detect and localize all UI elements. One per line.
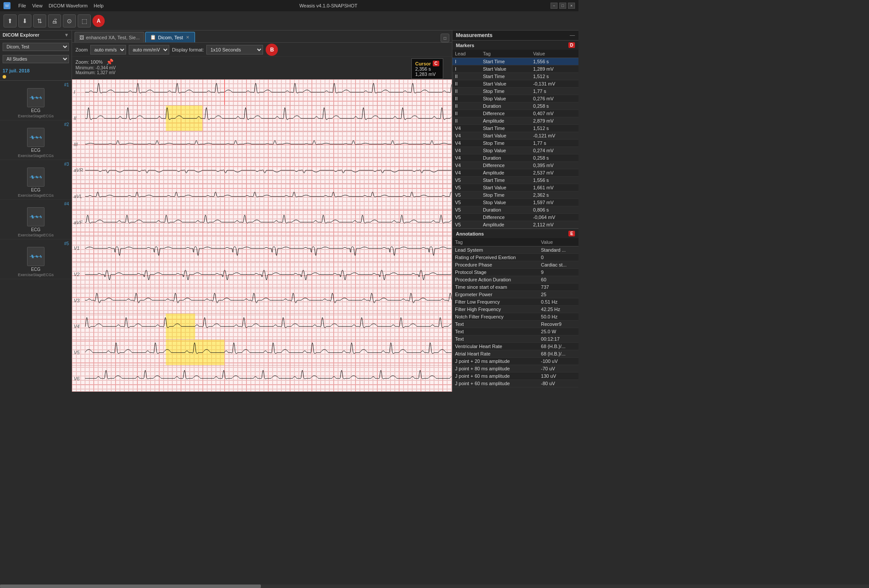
study-list: #1 ECG ExerciseStageECGs #2 — [0, 81, 72, 279]
marker-value: 1,661 mV — [530, 184, 578, 191]
controls-bar: Zoom auto mm/s auto mm/mV Display format… — [72, 43, 452, 57]
lead-label-V5: V5 — [72, 350, 85, 355]
annotation-row: Filter High Frequency 42.25 Hz — [452, 306, 578, 313]
sidebar-dropdown-arrow[interactable]: ▼ — [64, 32, 69, 38]
study-sublabel-2: ExerciseStageECGs — [18, 154, 54, 158]
marker-tag: Difference — [480, 110, 530, 117]
annotation-row: Lead System Standard ... — [452, 246, 578, 254]
lead-waveform-V4[interactable] — [85, 314, 452, 339]
study-num-5: #5 — [64, 241, 69, 246]
menu-dicom[interactable]: DICOM Waveform — [46, 2, 90, 9]
annotation-tag: Text — [452, 335, 538, 343]
study-select[interactable]: All Studies — [3, 55, 69, 63]
circle-button[interactable]: ⊙ — [63, 14, 76, 27]
annotation-value: 0 — [538, 254, 578, 261]
annotation-tag: Procedure Phase — [452, 261, 538, 269]
menu-file[interactable]: File — [16, 2, 29, 9]
lead-label-V3: V3 — [72, 298, 85, 303]
study-waveform-svg-3 — [30, 174, 42, 180]
marker-value: -0,121 mV — [530, 132, 578, 140]
marker-value: -0,131 mV — [530, 80, 578, 88]
marker-row: II Difference 0,407 mV — [452, 110, 578, 117]
marker-value: 1,556 s — [530, 58, 578, 65]
marker-value: 1,597 mV — [530, 199, 578, 206]
study-waveform-svg-4 — [30, 214, 42, 219]
annotation-row: Filter Low Frequency 0.51 Hz — [452, 298, 578, 306]
marker-tag: Amplitude — [480, 169, 530, 177]
lead-waveform-V5[interactable] — [85, 340, 452, 366]
lead-label-II: II — [72, 116, 85, 121]
annotations-col-tag: Tag — [452, 238, 538, 246]
tab-1[interactable]: 🖼 enhanced XA, Test, Sie... — [75, 32, 144, 42]
tab-bar: 🖼 enhanced XA, Test, Sie... 📋 Dicom, Tes… — [72, 31, 452, 43]
lead-svg-aVR — [85, 157, 452, 183]
study-item-1[interactable]: #1 ECG ExerciseStageECGs — [0, 81, 72, 120]
marker-tag: Stop Time — [480, 88, 530, 95]
marker-tag: Start Value — [480, 184, 530, 191]
export-button[interactable]: ⬇ — [18, 14, 31, 27]
lead-waveform-III[interactable] — [85, 131, 452, 157]
lead-row-V1: V1 — [72, 236, 452, 262]
marker-value: 2,537 mV — [530, 169, 578, 177]
marker-tag: Difference — [480, 162, 530, 169]
lead-row-V6: V6 — [72, 366, 452, 392]
marker-lead: II — [452, 80, 480, 88]
lead-waveform-I[interactable] — [85, 79, 452, 105]
zoom-select-1[interactable]: auto mm/s — [90, 45, 126, 55]
panel-minimize-button[interactable]: — — [570, 32, 575, 38]
right-panel-header: Measurements — — [452, 31, 578, 41]
menu-help[interactable]: Help — [91, 2, 106, 9]
lead-waveform-aVF[interactable] — [85, 209, 452, 235]
marker-row: V4 Duration 0,258 s — [452, 154, 578, 162]
lead-waveform-II[interactable] — [85, 106, 452, 131]
rect-button[interactable]: ⬚ — [78, 14, 91, 27]
print-button[interactable]: 🖨 — [48, 14, 61, 27]
marker-lead: V5 — [452, 221, 480, 229]
lead-label-aVR: aVR — [72, 168, 85, 173]
waveform-line-III — [85, 140, 452, 144]
open-button[interactable]: ⇅ — [33, 14, 46, 27]
marker-row: II Amplitude 2,879 mV — [452, 117, 578, 125]
annotation-row: Procedure Phase Cardiac st... — [452, 261, 578, 269]
study-waveform-icon-2 — [30, 135, 42, 140]
annotation-value: -80 uV — [538, 380, 578, 387]
study-item-2[interactable]: #2 ECG ExerciseStageECGs — [0, 120, 72, 160]
lead-waveform-aVR[interactable] — [85, 157, 452, 183]
lead-waveform-V6[interactable] — [85, 366, 452, 391]
cursor-label: Cursor — [415, 61, 431, 66]
lead-waveform-V3[interactable] — [85, 287, 452, 313]
study-item-3[interactable]: #3 ECG ExerciseStageECGs — [0, 160, 72, 200]
lead-row-aVF: aVF — [72, 209, 452, 236]
cursor-time: 2,356 s — [415, 66, 439, 72]
lead-label-aVL: aVL — [72, 194, 85, 199]
minimize-button[interactable]: − — [551, 3, 558, 9]
marker-tag: Stop Time — [480, 191, 530, 199]
import-button[interactable]: ⬆ — [3, 14, 17, 27]
ecg-container[interactable]: IIIIIIaVRaVLaVFV1V2V3V4V5V6 — [72, 79, 452, 392]
waveform-line-V6 — [85, 370, 452, 379]
annotation-row: Text 00:12:17 — [452, 335, 578, 343]
panel-restore-button[interactable]: □ — [441, 34, 449, 42]
tab-2-close[interactable]: ✕ — [185, 35, 190, 40]
tab-1-label: enhanced XA, Test, Sie... — [86, 35, 140, 40]
lead-waveform-V1[interactable] — [85, 236, 452, 261]
annotation-tag: J point + 60 ms amplitude — [452, 380, 538, 387]
marker-lead: V4 — [452, 169, 480, 177]
marker-tag: Duration — [480, 206, 530, 214]
menu-view[interactable]: View — [30, 2, 45, 9]
lead-waveform-V2[interactable] — [85, 262, 452, 287]
tab-2-label: Dicom, Test — [158, 35, 183, 40]
lead-label-I: I — [72, 89, 85, 95]
study-item-4[interactable]: #4 ECG ExerciseStageECGs — [0, 200, 72, 239]
maximize-button[interactable]: □ — [559, 3, 566, 9]
zoom-select-2[interactable]: auto mm/mV — [129, 45, 169, 55]
annotation-row: J point + 60 ms amplitude -80 uV — [452, 380, 578, 387]
lead-waveform-aVL[interactable] — [85, 184, 452, 209]
display-format-select[interactable]: 1x10 Seconds — [206, 45, 263, 55]
annotation-tag: Protocol Stage — [452, 269, 538, 276]
study-item-5[interactable]: #5 ECG ExerciseStageECGs — [0, 239, 72, 279]
close-button[interactable]: × — [568, 3, 575, 9]
patient-select[interactable]: Dicom, Test — [3, 43, 69, 51]
annotation-row: Notch Filter Frequency 50.0 Hz — [452, 313, 578, 321]
tab-2[interactable]: 📋 Dicom, Test ✕ — [145, 32, 195, 42]
